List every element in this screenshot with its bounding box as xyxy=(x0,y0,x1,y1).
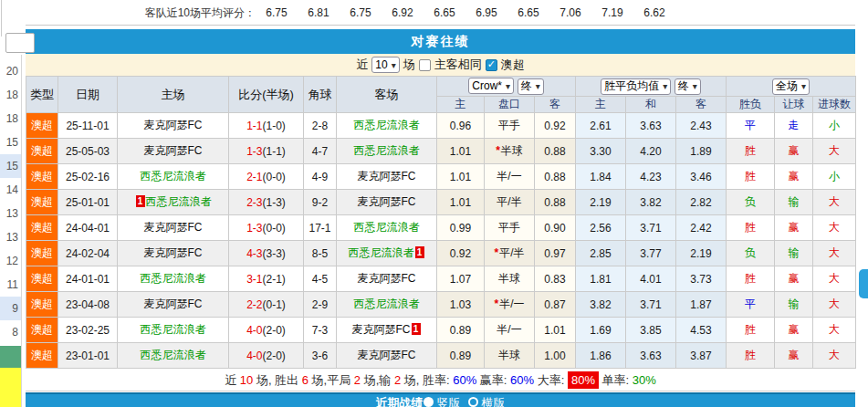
footer-bar: 近期战绩 竖版横版 xyxy=(26,392,855,407)
same-venue-label[interactable]: 主客相同 xyxy=(434,57,482,73)
fulltime-score: 4-0 xyxy=(246,324,262,337)
goals-result: 大 xyxy=(813,318,856,343)
ah-home-odds: 1.01 xyxy=(437,190,485,215)
home-team-cell: 麦克阿瑟FC xyxy=(118,292,229,318)
away-team-name[interactable]: 麦克阿瑟FC xyxy=(352,323,411,336)
corner-cell: 7-3 xyxy=(304,318,337,343)
corner-cell: 17-1 xyxy=(304,215,337,241)
ah-home-odds: 1.07 xyxy=(437,266,485,292)
home-team-name[interactable]: 麦克阿瑟FC xyxy=(144,297,203,310)
league-tag: 澳超 xyxy=(26,292,58,318)
footer-options: 竖版横版 xyxy=(424,395,506,407)
ah-away-odds: 1.00 xyxy=(535,343,576,369)
home-team-name[interactable]: 西悉尼流浪者 xyxy=(141,272,206,285)
odds-avg-select[interactable]: 胜平负均值 xyxy=(601,78,671,95)
col-eu-draw: 和 xyxy=(626,97,676,113)
fulltime-score: 2-3 xyxy=(246,196,262,209)
halftime-score: (1-1) xyxy=(263,145,286,158)
ah-final-select[interactable]: 终 xyxy=(518,78,544,95)
odds-avg-value: 胜平负均值 xyxy=(604,78,659,94)
home-team-name[interactable]: 西悉尼流浪者 xyxy=(146,195,212,208)
match-count-select[interactable]: 10 xyxy=(371,57,399,73)
eu-home-odds: 2.61 xyxy=(576,113,626,139)
col-corner: 角球 xyxy=(304,77,337,113)
match-date: 23-04-08 xyxy=(58,292,118,318)
home-team-name[interactable]: 西悉尼流浪者 xyxy=(141,170,206,183)
odds-company-select[interactable]: Crow* xyxy=(468,78,514,94)
away-team-name[interactable]: 西悉尼流浪者 xyxy=(354,221,420,234)
away-team-name[interactable]: 西悉尼流浪者 xyxy=(354,119,420,131)
league-checkbox[interactable] xyxy=(486,59,497,71)
eu-draw-odds: 3.63 xyxy=(626,113,676,139)
rating-value: 6.65 xyxy=(424,0,465,26)
table-row: 澳超 24-01-01 西悉尼流浪者 3-1(2-1) 4-5 麦克阿瑟FC 1… xyxy=(26,266,856,292)
home-team-name[interactable]: 麦克阿瑟FC xyxy=(144,221,203,234)
summary-segment: 80% xyxy=(568,371,599,389)
away-team-cell: 西悉尼流浪者 xyxy=(337,139,437,164)
ratings-label: 客队近10场平均评分： xyxy=(26,0,256,25)
side-drawer-handle[interactable] xyxy=(859,269,868,298)
ah-home-odds: 0.96 xyxy=(437,113,485,139)
same-venue-checkbox[interactable] xyxy=(419,59,431,71)
ah-home-odds: 1.01 xyxy=(437,164,485,190)
sidebar-row-number: 9 xyxy=(0,297,21,320)
home-team-name[interactable]: 西悉尼流浪者 xyxy=(141,349,206,361)
summary-segment: 场,输 xyxy=(361,373,394,387)
ah-line-text: 半球 xyxy=(498,349,520,361)
goals-result: 大 xyxy=(813,241,856,266)
eu-home-odds: 1.81 xyxy=(576,266,626,292)
ah-home-odds: 0.92 xyxy=(437,241,485,266)
eu-away-odds: 4.53 xyxy=(676,318,727,343)
footer-option-label[interactable]: 横版 xyxy=(482,396,506,407)
away-team-cell: 西悉尼流浪者1 xyxy=(337,241,437,266)
league-tag: 澳超 xyxy=(26,190,58,215)
home-team-name[interactable]: 麦克阿瑟FC xyxy=(144,246,203,259)
yellow-status-block xyxy=(0,368,21,407)
eu-final-select[interactable]: 终 xyxy=(675,78,701,95)
wdl-result: 平 xyxy=(727,113,775,139)
away-team-name[interactable]: 西悉尼流浪者 xyxy=(354,144,420,157)
corner-cell: 3-6 xyxy=(304,343,337,369)
wdl-result: 胜 xyxy=(727,343,775,369)
sidebar-row-number: 18 xyxy=(0,107,21,130)
league-label[interactable]: 澳超 xyxy=(501,57,525,73)
radio-selected-icon[interactable] xyxy=(424,397,434,407)
score-cell: 2-2(0-1) xyxy=(229,292,304,318)
ah-home-odds: 0.89 xyxy=(437,318,485,343)
ah-line: 半/一 xyxy=(485,164,535,190)
away-team-name[interactable]: 麦克阿瑟FC xyxy=(358,349,416,361)
eu-final-value: 终 xyxy=(678,78,689,94)
ah-line-text: 半/一 xyxy=(499,297,524,310)
footer-option-label[interactable]: 竖版 xyxy=(437,396,461,407)
away-team-name[interactable]: 麦克阿瑟FC xyxy=(358,272,416,285)
home-team-name[interactable]: 西悉尼流浪者 xyxy=(141,323,206,336)
home-team-name[interactable]: 麦克阿瑟FC xyxy=(144,144,203,157)
away-team-name[interactable]: 西悉尼流浪者 xyxy=(354,297,420,310)
eu-draw-odds: 4.23 xyxy=(626,164,676,190)
summary-segment: 2 xyxy=(354,373,361,387)
league-tag: 澳超 xyxy=(26,113,58,139)
radio-unselected-icon[interactable] xyxy=(468,397,478,407)
col-ah-home: 主 xyxy=(437,97,485,113)
ah-away-odds: 0.87 xyxy=(535,292,576,318)
away-team-name[interactable]: 麦克阿瑟FC xyxy=(358,195,416,208)
ah-away-odds: 0.88 xyxy=(535,139,576,164)
score-cell: 1-3(0-0) xyxy=(229,215,304,241)
match-date: 23-02-25 xyxy=(58,318,118,343)
goals-result: 大 xyxy=(813,139,856,164)
home-team-cell: 1西悉尼流浪者 xyxy=(118,190,229,215)
corner-cell: 8-5 xyxy=(304,241,337,266)
handicap-result: 赢 xyxy=(775,164,813,190)
h2h-table: 类型 日期 主场 比分(半场) 角球 客场 Crow* 终 胜平负均值 终 全场 xyxy=(26,76,856,369)
eu-away-odds: 1.89 xyxy=(676,139,727,164)
sidebar-row-number: 12 xyxy=(0,249,21,273)
rating-value: 6.65 xyxy=(507,0,549,26)
corner-cell: 2-8 xyxy=(304,113,337,139)
fulltime-select[interactable]: 全场 xyxy=(772,78,810,95)
ah-line-text: 平/半 xyxy=(499,246,524,259)
eu-away-odds: 2.82 xyxy=(676,190,727,215)
away-team-name[interactable]: 麦克阿瑟FC xyxy=(358,170,416,183)
red-card-badge: 1 xyxy=(415,246,424,258)
away-team-name[interactable]: 西悉尼流浪者 xyxy=(349,246,414,259)
home-team-name[interactable]: 麦克阿瑟FC xyxy=(144,119,203,131)
